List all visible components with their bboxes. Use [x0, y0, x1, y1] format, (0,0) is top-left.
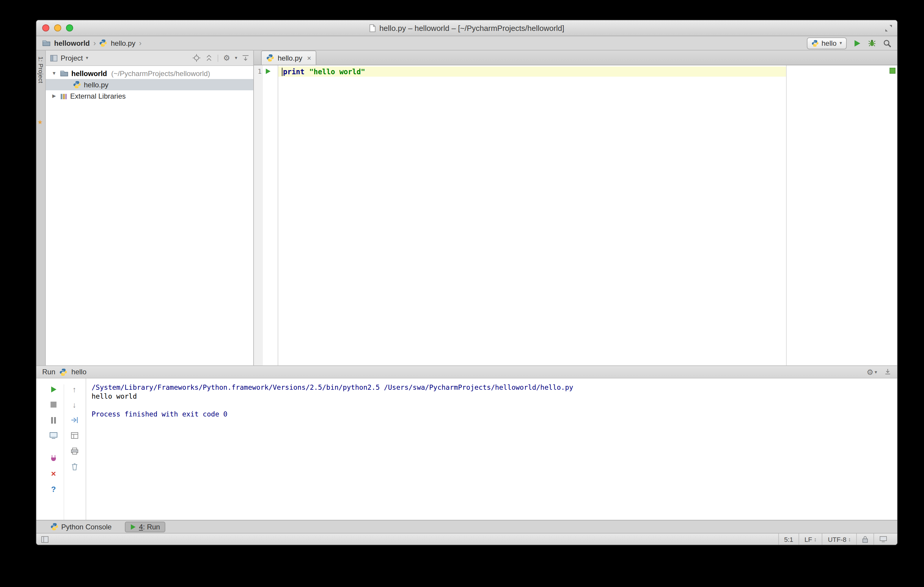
python-icon — [51, 523, 58, 531]
title-bar[interactable]: hello.py – helloworld – [~/PycharmProjec… — [36, 20, 897, 36]
python-file-icon — [266, 54, 274, 62]
search-everywhere-icon[interactable] — [883, 39, 891, 47]
gear-icon[interactable]: ⚙ — [223, 54, 230, 62]
caret-position-widget[interactable]: 5:1 — [778, 534, 799, 545]
gear-icon[interactable]: ⚙ — [866, 368, 873, 376]
run-button-label: 4: Run — [139, 523, 160, 531]
zoom-window-button[interactable] — [66, 25, 73, 31]
encoding-widget[interactable]: UTF-8 ↕ — [822, 534, 856, 545]
print-icon[interactable] — [69, 446, 80, 456]
rerun-button[interactable] — [48, 385, 59, 394]
breadcrumb-file[interactable]: hello.py — [111, 39, 135, 47]
python-icon — [811, 39, 818, 47]
traffic-lights — [42, 25, 73, 31]
document-icon — [369, 24, 376, 32]
favorites-icon[interactable]: ★ — [38, 119, 43, 125]
chevron-down-icon: ▾ — [840, 40, 842, 46]
run-tool-window-button[interactable]: 4: Run — [125, 521, 165, 532]
pycharm-window: hello.py – helloworld – [~/PycharmProjec… — [36, 20, 898, 546]
console-command-line: /System/Library/Frameworks/Python.framew… — [92, 383, 897, 392]
inspection-status-icon[interactable] — [889, 68, 896, 74]
minimize-window-button[interactable] — [54, 25, 61, 31]
python-console-button[interactable]: Python Console — [51, 523, 112, 531]
chevron-down-icon: ▾ — [874, 369, 877, 375]
collapse-all-icon[interactable] — [205, 54, 213, 62]
breadcrumb-project[interactable]: helloworld — [54, 39, 90, 47]
help-button[interactable]: ? — [48, 484, 59, 494]
hide-panel-icon[interactable] — [242, 54, 249, 61]
close-tab-icon[interactable]: × — [307, 54, 311, 62]
right-margin-line — [786, 65, 787, 365]
line-number-gutter: 1 — [254, 65, 263, 365]
tree-row-project-root[interactable]: ▼ helloworld (~/PycharmProjects/hellowor… — [46, 68, 253, 79]
run-panel-header-actions: ⚙ ▾ — [866, 368, 891, 376]
desktop: hello.py – helloworld – [~/PycharmProjec… — [0, 0, 924, 587]
code-line-1: print "hello world" — [282, 67, 365, 77]
run-panel-config-name: hello — [71, 368, 86, 376]
run-configuration-name: hello — [822, 39, 837, 47]
console-stdout-line: hello world — [92, 392, 897, 401]
project-tool-window: Project ▾ ⚙ ▾ — [46, 51, 254, 365]
code-area[interactable]: print "hello world" — [278, 65, 897, 365]
status-bar: 5:1 LF ↕ UTF-8 ↕ — [36, 533, 897, 545]
code-string: "hello world" — [309, 67, 365, 76]
down-stack-trace-button[interactable]: ↓ — [69, 400, 80, 409]
chevron-updown-icon: ↕ — [814, 536, 817, 542]
tree-row-external-libraries[interactable]: ▶ External Libraries — [46, 90, 253, 102]
console-output[interactable]: /System/Library/Frameworks/Python.framew… — [87, 378, 897, 520]
external-libraries-label: External Libraries — [70, 92, 126, 100]
clear-console-icon[interactable] — [69, 462, 80, 471]
run-configuration-selector[interactable]: hello ▾ — [807, 37, 847, 49]
chevron-updown-icon: ↕ — [848, 536, 851, 542]
bottom-tool-window-bar: Python Console 4: Run — [36, 520, 897, 533]
left-tool-stripe: 1: Project ★ — [36, 51, 46, 365]
fullscreen-icon[interactable] — [885, 25, 893, 32]
run-panel-header[interactable]: Run hello ⚙ ▾ — [36, 365, 897, 378]
close-console-button[interactable]: × — [48, 469, 59, 478]
toolbar-divider — [218, 54, 218, 61]
window-title: hello.py – helloworld – [~/PycharmProjec… — [380, 23, 564, 32]
project-panel-title: Project — [61, 54, 83, 62]
expand-triangle-icon[interactable]: ▼ — [51, 71, 57, 76]
readonly-lock-widget[interactable] — [856, 534, 873, 545]
toolbar-column-1: × ? — [43, 385, 64, 520]
line-separator-widget[interactable]: LF ↕ — [799, 534, 822, 545]
console-blank-line — [92, 401, 897, 410]
tool-stripe-project-button[interactable]: 1: Project — [38, 56, 44, 84]
lock-icon — [862, 536, 868, 543]
python-icon — [59, 368, 67, 376]
run-controls: hello ▾ — [807, 37, 891, 49]
pause-output-button[interactable] — [48, 415, 59, 425]
code-editor[interactable]: 1 print "hello world" — [254, 65, 897, 365]
project-tree: ▼ helloworld (~/PycharmProjects/hellowor… — [46, 66, 253, 365]
folder-icon — [42, 40, 51, 46]
window-title-area: hello.py – helloworld – [~/PycharmProjec… — [36, 20, 897, 36]
attach-console-icon[interactable] — [48, 453, 59, 463]
python-console-label: Python Console — [61, 523, 112, 531]
restore-layout-icon[interactable] — [69, 431, 80, 440]
show-console-icon[interactable] — [48, 431, 59, 440]
tab-hello-py[interactable]: hello.py × — [261, 51, 317, 65]
hide-panel-icon[interactable] — [884, 368, 891, 375]
collapse-triangle-icon[interactable]: ▶ — [51, 93, 57, 99]
monitor-widget[interactable] — [873, 534, 893, 545]
run-icon — [130, 524, 136, 529]
stop-button[interactable] — [48, 400, 59, 409]
project-view-selector[interactable]: Project ▾ — [50, 54, 88, 62]
chevron-right-icon: › — [139, 39, 142, 48]
toolbar-column-2: ↑ ↓ — [64, 385, 84, 520]
run-line-marker-icon[interactable] — [265, 68, 271, 74]
scroll-from-source-icon[interactable] — [193, 54, 201, 62]
debug-button[interactable] — [868, 39, 876, 47]
run-button[interactable] — [854, 39, 861, 47]
project-panel-header: Project ▾ ⚙ ▾ — [46, 51, 253, 66]
tab-label: hello.py — [278, 54, 302, 62]
scroll-to-end-icon[interactable] — [69, 415, 80, 425]
close-window-button[interactable] — [42, 25, 50, 31]
up-stack-trace-button[interactable]: ↑ — [69, 385, 80, 394]
tool-window-toggle-icon[interactable] — [41, 536, 49, 543]
tree-row-hello-py[interactable]: hello.py — [46, 79, 253, 90]
line-number: 1 — [258, 68, 262, 76]
status-bar-widgets: 5:1 LF ↕ UTF-8 ↕ — [778, 534, 893, 545]
project-panel-toolbar: ⚙ ▾ — [193, 54, 249, 62]
